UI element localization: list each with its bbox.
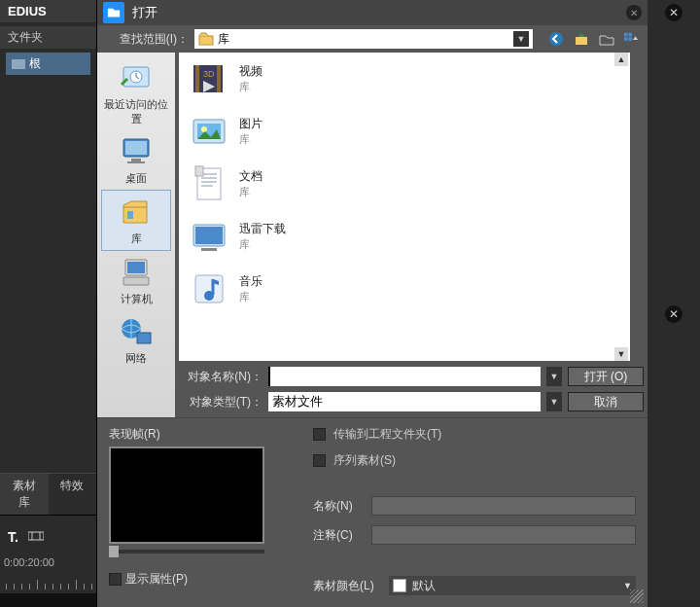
svg-point-39 bbox=[204, 291, 214, 301]
list-item[interactable]: 3D 视频库 bbox=[179, 53, 630, 105]
file-name: 迅雷下载 bbox=[239, 221, 286, 237]
svg-rect-37 bbox=[201, 248, 217, 251]
documents-library-icon bbox=[189, 163, 229, 204]
sequence-checkbox[interactable] bbox=[313, 454, 326, 467]
tab-clips[interactable]: 素材库 bbox=[0, 474, 49, 515]
look-in-label: 查找范围(I)： bbox=[105, 31, 189, 48]
place-network[interactable]: 网络 bbox=[101, 310, 171, 370]
filetype-input[interactable] bbox=[268, 392, 541, 411]
color-swatch bbox=[393, 579, 406, 592]
filename-dropdown-icon[interactable]: ▼ bbox=[546, 367, 562, 386]
file-list[interactable]: ▲ ▼ 3D 视频库 图片库 文档库 bbox=[179, 53, 630, 361]
svg-rect-6 bbox=[628, 33, 632, 37]
list-item[interactable]: 迅雷下载库 bbox=[179, 210, 630, 263]
open-dialog-icon bbox=[103, 2, 124, 23]
text-tool-icon[interactable]: T. bbox=[8, 529, 18, 545]
svg-rect-12 bbox=[125, 141, 147, 155]
list-item[interactable]: 音乐库 bbox=[179, 263, 630, 315]
svg-rect-13 bbox=[131, 159, 141, 161]
preview-slider[interactable] bbox=[109, 550, 264, 553]
clip-tool-icon[interactable] bbox=[28, 530, 44, 545]
svg-rect-23 bbox=[217, 65, 221, 92]
svg-rect-14 bbox=[127, 161, 145, 163]
cancel-button[interactable]: 取消 bbox=[568, 392, 644, 411]
file-name: 音乐 bbox=[239, 273, 262, 290]
scroll-down-icon[interactable]: ▼ bbox=[614, 347, 628, 361]
new-folder-icon[interactable] bbox=[599, 31, 614, 47]
svg-rect-18 bbox=[123, 277, 149, 285]
file-sub: 库 bbox=[239, 185, 262, 199]
clip-name-label: 名称(N) bbox=[313, 498, 364, 515]
clip-color-select[interactable]: 默认 ▼ bbox=[389, 576, 636, 595]
scroll-up-icon[interactable]: ▲ bbox=[614, 53, 628, 66]
folder-root[interactable]: 根 bbox=[6, 53, 90, 75]
transfer-label: 传输到工程文件夹(T) bbox=[333, 426, 441, 443]
clip-color-label: 素材颜色(L) bbox=[313, 578, 381, 594]
look-in-dropdown-icon[interactable]: ▼ bbox=[513, 31, 529, 47]
file-name: 视频 bbox=[239, 63, 262, 80]
panel-close-button[interactable]: ✕ bbox=[665, 4, 682, 21]
place-desktop[interactable]: 桌面 bbox=[101, 130, 171, 190]
show-attributes-checkbox[interactable] bbox=[109, 573, 122, 586]
comment-label: 注释(C) bbox=[313, 527, 364, 544]
look-in-combo[interactable]: 库 ▼ bbox=[194, 29, 533, 49]
file-sub: 库 bbox=[239, 132, 262, 147]
list-item[interactable]: 文档库 bbox=[179, 158, 630, 210]
place-recent[interactable]: 最近访问的位置 bbox=[101, 56, 171, 130]
place-label: 网络 bbox=[101, 351, 171, 366]
folders-header: 文件夹 bbox=[0, 26, 96, 49]
folder-root-label: 根 bbox=[29, 55, 41, 72]
places-bar: 最近访问的位置 桌面 库 计算机 网络 bbox=[97, 53, 175, 417]
file-name: 图片 bbox=[239, 116, 262, 132]
svg-rect-15 bbox=[127, 211, 133, 219]
svg-rect-20 bbox=[137, 333, 151, 343]
svg-rect-34 bbox=[195, 166, 203, 176]
music-library-icon bbox=[189, 268, 229, 309]
place-label: 最近访问的位置 bbox=[101, 97, 171, 126]
open-button[interactable]: 打开 (O) bbox=[568, 367, 644, 386]
video-library-icon: 3D bbox=[189, 58, 229, 99]
file-sub: 库 bbox=[239, 80, 262, 94]
folder-icon bbox=[12, 59, 25, 69]
place-computer[interactable]: 计算机 bbox=[101, 251, 171, 310]
sequence-label: 序列素材(S) bbox=[333, 452, 396, 469]
back-icon[interactable] bbox=[548, 31, 564, 47]
filename-label: 对象名称(N)： bbox=[179, 369, 262, 385]
preview-box bbox=[109, 446, 264, 544]
app-brand: EDIUS bbox=[0, 0, 96, 22]
place-libraries[interactable]: 库 bbox=[101, 190, 171, 251]
timeline-position: 0:00:20:00 bbox=[0, 549, 96, 576]
list-item[interactable]: 图片库 bbox=[179, 105, 630, 158]
library-icon bbox=[198, 32, 214, 46]
look-in-value: 库 bbox=[218, 31, 229, 48]
clip-color-value: 默认 bbox=[412, 578, 436, 594]
filetype-dropdown-icon[interactable]: ▼ bbox=[546, 392, 562, 411]
svg-rect-22 bbox=[195, 65, 199, 92]
up-icon[interactable] bbox=[574, 31, 589, 47]
panel-close-button-2[interactable]: ✕ bbox=[665, 305, 682, 323]
file-name: 文档 bbox=[239, 168, 262, 185]
clip-name-input[interactable] bbox=[371, 496, 636, 516]
tab-fx[interactable]: 特效 bbox=[49, 474, 97, 515]
dialog-title: 打开 bbox=[132, 4, 158, 21]
svg-rect-8 bbox=[628, 37, 632, 41]
slider-thumb[interactable] bbox=[109, 546, 119, 557]
timeline-ruler[interactable] bbox=[0, 576, 96, 589]
place-label: 计算机 bbox=[101, 292, 171, 306]
svg-rect-7 bbox=[624, 37, 628, 41]
downloads-library-icon bbox=[189, 216, 229, 257]
filename-input[interactable] bbox=[268, 367, 541, 386]
svg-point-4 bbox=[549, 32, 563, 46]
timeline-track[interactable] bbox=[0, 593, 96, 607]
file-sub: 库 bbox=[239, 290, 262, 304]
resize-grip[interactable] bbox=[630, 589, 644, 603]
svg-rect-5 bbox=[624, 33, 628, 37]
svg-rect-3 bbox=[199, 36, 213, 45]
transfer-checkbox[interactable] bbox=[313, 428, 326, 441]
comment-input[interactable] bbox=[371, 525, 636, 545]
svg-rect-0 bbox=[28, 532, 44, 540]
view-mode-icon[interactable] bbox=[624, 31, 640, 47]
dialog-close-button[interactable]: ✕ bbox=[626, 5, 642, 20]
file-sub: 库 bbox=[239, 237, 286, 252]
svg-rect-36 bbox=[195, 227, 223, 244]
